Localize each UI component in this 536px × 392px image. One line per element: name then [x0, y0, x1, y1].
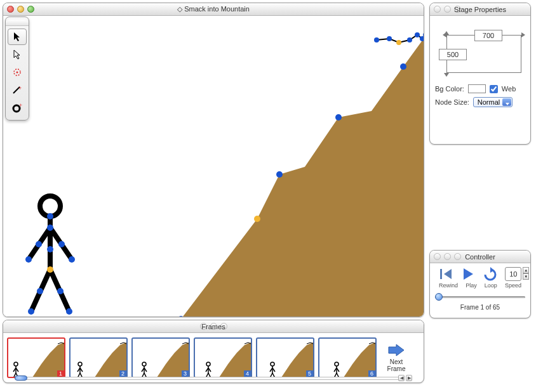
- frame-thumbnail[interactable]: 2: [69, 337, 128, 378]
- node-handle[interactable]: [36, 241, 42, 247]
- play-label: Play: [466, 282, 477, 289]
- svg-line-55: [307, 343, 311, 344]
- node-handle[interactable]: [47, 225, 53, 231]
- speed-up-icon[interactable]: ▲: [523, 267, 529, 273]
- svg-text:+: +: [18, 85, 22, 91]
- close-icon[interactable]: [7, 6, 14, 13]
- frames-panel: Frames 123456 Next Frame ◀ ▶: [3, 320, 424, 383]
- tool-select-outline[interactable]: [8, 46, 27, 63]
- scroll-right-icon[interactable]: ▶: [406, 375, 412, 381]
- node-handle[interactable]: [415, 32, 420, 37]
- next-frame-label: Next Frame: [380, 358, 412, 372]
- loop-icon[interactable]: [483, 267, 498, 281]
- tool-add-circle[interactable]: +: [8, 100, 27, 116]
- node-handle[interactable]: [66, 308, 72, 315]
- stage-canvas[interactable]: [3, 16, 424, 317]
- node-handle[interactable]: [396, 40, 401, 45]
- close-icon[interactable]: [200, 323, 207, 330]
- main-window: ◇ Smack into Mountain: [3, 3, 424, 317]
- svg-line-64: [369, 343, 373, 344]
- node-handle[interactable]: [422, 316, 424, 317]
- palette-grip[interactable]: [6, 20, 29, 26]
- node-handle[interactable]: [57, 288, 64, 294]
- svg-line-37: [182, 343, 186, 344]
- svg-line-28: [120, 343, 124, 344]
- node-handle[interactable]: [47, 213, 53, 219]
- web-checkbox[interactable]: [490, 85, 498, 93]
- node-handle[interactable]: [400, 63, 406, 70]
- frame-thumbnail[interactable]: 1: [7, 337, 65, 378]
- node-handle[interactable]: [335, 114, 342, 121]
- svg-point-49: [271, 362, 274, 366]
- svg-line-46: [245, 343, 248, 344]
- controller-titlebar[interactable]: Controller: [430, 251, 530, 263]
- close-icon[interactable]: [434, 6, 441, 13]
- minimize-icon[interactable]: [444, 253, 451, 260]
- tool-add-line[interactable]: +: [8, 82, 27, 98]
- rewind-icon[interactable]: [439, 267, 454, 281]
- bg-color-label: Bg Color:: [435, 85, 464, 93]
- node-size-label: Node Size:: [435, 98, 469, 106]
- frames-titlebar[interactable]: Frames: [3, 320, 424, 333]
- svg-point-58: [335, 362, 338, 366]
- tool-target[interactable]: [8, 64, 27, 81]
- stick-figure[interactable]: [25, 196, 75, 315]
- svg-point-22: [78, 362, 82, 366]
- node-handle[interactable]: [28, 308, 34, 315]
- window-title: Smack into Mountain: [184, 5, 250, 13]
- tool-palette[interactable]: + +: [5, 16, 29, 121]
- node-handle[interactable]: [37, 288, 43, 294]
- node-size-select[interactable]: Normal: [473, 97, 513, 107]
- node-handle[interactable]: [254, 216, 260, 222]
- scroll-left-icon[interactable]: ◀: [398, 375, 405, 381]
- zoom-icon[interactable]: [27, 6, 34, 13]
- loop-label: Loop: [485, 282, 497, 289]
- svg-text:+: +: [19, 102, 22, 108]
- speed-label: Speed: [505, 282, 521, 289]
- minimize-icon[interactable]: [210, 323, 217, 330]
- controller-panel: Controller 10 ▲ ▼ Rewind Play Loop Speed: [429, 250, 531, 318]
- next-frame-button[interactable]: Next Frame: [380, 343, 412, 372]
- frame-thumbnail[interactable]: 5: [256, 337, 314, 378]
- close-icon[interactable]: [434, 253, 441, 260]
- main-titlebar[interactable]: ◇ Smack into Mountain: [3, 3, 424, 16]
- zoom-icon[interactable]: [454, 6, 461, 13]
- node-handle[interactable]: [58, 241, 65, 247]
- minimize-icon[interactable]: [444, 6, 451, 13]
- frame-thumbnail[interactable]: 3: [131, 337, 190, 378]
- play-icon[interactable]: [461, 267, 475, 281]
- svg-point-40: [206, 362, 210, 366]
- tool-select[interactable]: [8, 29, 27, 45]
- node-handle[interactable]: [407, 37, 412, 42]
- frame-thumbnail[interactable]: 4: [194, 337, 252, 378]
- scrollbar-thumb[interactable]: [15, 376, 27, 381]
- stage-properties-panel: Stage Properties 700 500 Bg Color: Web N…: [429, 3, 531, 145]
- minimize-icon[interactable]: [17, 6, 24, 13]
- node-handle[interactable]: [276, 171, 283, 178]
- dimensions-diagram: 700 500: [435, 21, 525, 78]
- svg-point-13: [14, 362, 18, 366]
- speed-down-icon[interactable]: ▼: [523, 273, 529, 280]
- frame-status: Frame 1 of 65: [435, 304, 525, 311]
- mountain-shape[interactable]: [181, 36, 424, 317]
- rewind-label: Rewind: [439, 282, 458, 289]
- svg-rect-11: [440, 269, 442, 279]
- frame-slider[interactable]: [435, 292, 525, 301]
- svg-point-31: [142, 362, 146, 366]
- node-handle[interactable]: [47, 246, 53, 252]
- node-handle[interactable]: [374, 37, 379, 42]
- modified-indicator-icon: ◇: [177, 5, 182, 13]
- web-label: Web: [502, 85, 516, 93]
- zoom-icon[interactable]: [220, 323, 227, 330]
- node-handle[interactable]: [47, 266, 53, 273]
- svg-point-6: [17, 72, 18, 74]
- frame-thumbnail[interactable]: 6: [318, 337, 377, 378]
- node-handle[interactable]: [69, 256, 75, 263]
- zoom-icon[interactable]: [454, 253, 461, 260]
- stage-properties-titlebar[interactable]: Stage Properties: [430, 3, 530, 16]
- frames-scrollbar[interactable]: ◀ ▶: [7, 375, 412, 381]
- speed-field[interactable]: 10: [505, 267, 521, 281]
- node-handle[interactable]: [387, 36, 392, 41]
- bg-color-swatch[interactable]: [468, 84, 486, 93]
- node-handle[interactable]: [25, 256, 32, 263]
